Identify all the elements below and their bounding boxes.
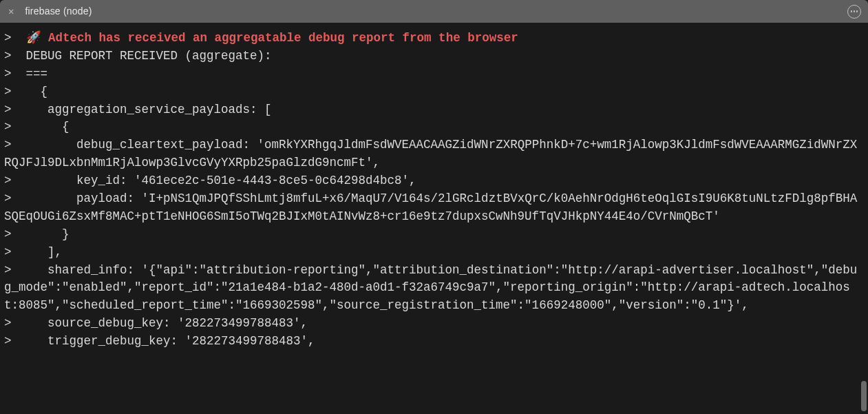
prompt-caret: >	[4, 227, 26, 241]
terminal-text: {	[26, 120, 70, 134]
prompt-caret: >	[4, 120, 26, 134]
prompt-caret: >	[4, 103, 26, 116]
terminal-text: aggregation_service_payloads: [	[26, 103, 272, 116]
prompt-caret: >	[4, 138, 26, 152]
terminal-line: > 🚀 Adtech has received an aggregatable …	[4, 30, 864, 48]
terminal-text: {	[26, 85, 48, 99]
more-options-button[interactable]	[847, 5, 861, 19]
prompt-caret: >	[4, 49, 26, 63]
terminal-text: payload: 'I+pNS1QmJPQfSShLmtj8mfuL+x6/Ma…	[4, 192, 857, 223]
terminal-text: }	[26, 227, 70, 241]
prompt-caret: >	[4, 192, 26, 205]
terminal-line: > {	[4, 83, 864, 101]
tab-bar: ✕ firebase (node)	[0, 0, 868, 23]
terminal-text: key_id: '461ece2c-501e-4443-8ce5-0c64298…	[26, 174, 416, 187]
terminal-text: source_debug_key: '282273499788483',	[26, 316, 308, 330]
prompt-caret: >	[4, 334, 26, 348]
terminal-output[interactable]: > 🚀 Adtech has received an aggregatable …	[0, 23, 868, 414]
terminal-line: > debug_cleartext_payload: 'omRkYXRhgqJl…	[4, 136, 864, 172]
prompt-caret: >	[4, 31, 26, 45]
terminal-text: debug_cleartext_payload: 'omRkYXRhgqJldm…	[4, 138, 857, 169]
highlight-text: Adtech has received an aggregatable debu…	[48, 31, 518, 45]
ellipsis-icon	[851, 10, 858, 12]
close-icon[interactable]: ✕	[8, 7, 14, 17]
terminal-line: > payload: 'I+pNS1QmJPQfSShLmtj8mfuL+x6/…	[4, 190, 864, 226]
terminal-line: > shared_info: '{"api":"attribution-repo…	[4, 262, 864, 315]
terminal-line: > DEBUG REPORT RECEIVED (aggregate):	[4, 48, 864, 65]
terminal-text: ],	[26, 245, 63, 259]
terminal-line: > source_debug_key: '282273499788483',	[4, 315, 864, 333]
terminal-line: > aggregation_service_payloads: [	[4, 101, 864, 119]
terminal-line: > trigger_debug_key: '282273499788483',	[4, 333, 864, 351]
terminal-text: ===	[26, 67, 48, 81]
prompt-caret: >	[4, 85, 26, 99]
prompt-caret: >	[4, 263, 26, 277]
prompt-caret: >	[4, 67, 26, 81]
tab-title: firebase (node)	[25, 4, 92, 19]
rocket-icon: 🚀	[26, 31, 49, 45]
prompt-caret: >	[4, 316, 26, 330]
terminal-line: > key_id: '461ece2c-501e-4443-8ce5-0c642…	[4, 172, 864, 190]
terminal-text: DEBUG REPORT RECEIVED (aggregate):	[26, 49, 272, 63]
prompt-caret: >	[4, 245, 26, 259]
terminal-line: > }	[4, 226, 864, 244]
tab-left-group: ✕ firebase (node)	[8, 4, 92, 19]
terminal-text: shared_info: '{"api":"attribution-report…	[4, 263, 857, 313]
prompt-caret: >	[4, 174, 26, 187]
terminal-line: > ===	[4, 65, 864, 83]
scrollbar-thumb[interactable]	[861, 381, 867, 411]
terminal-text: trigger_debug_key: '282273499788483',	[26, 334, 315, 348]
terminal-line: > ],	[4, 244, 864, 262]
terminal-line: > {	[4, 118, 864, 136]
